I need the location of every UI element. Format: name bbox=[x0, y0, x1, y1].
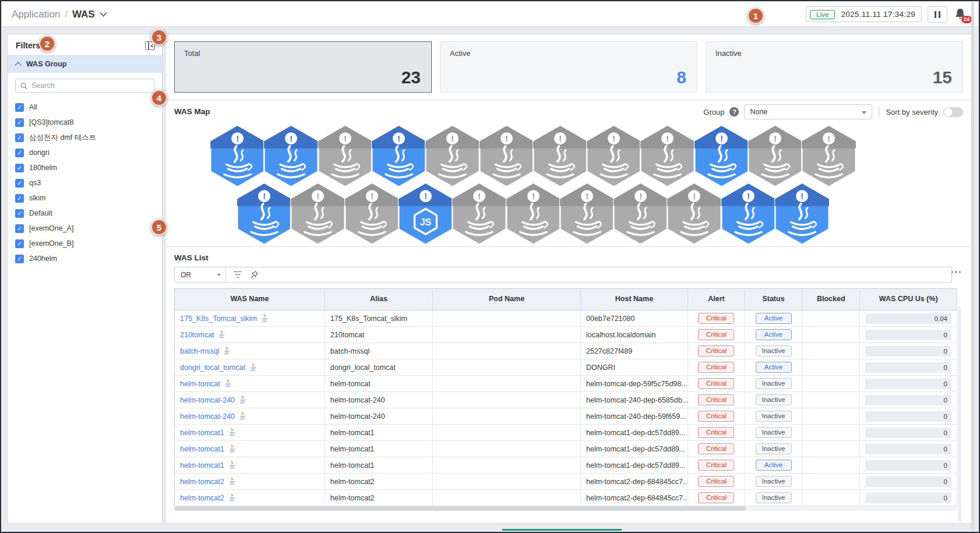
help-icon[interactable]: ? bbox=[729, 107, 739, 117]
column-header[interactable]: WAS Name bbox=[175, 289, 325, 310]
checkbox-checked-icon[interactable]: ✓ bbox=[15, 164, 24, 172]
alert-badge[interactable]: Critical bbox=[698, 492, 734, 504]
was-hexagon-java-active[interactable]: ! bbox=[210, 125, 265, 187]
table-row[interactable]: 175_K8s_Tomcat_slkim175_K8s_Tomcat_slkim… bbox=[175, 310, 957, 327]
table-row[interactable]: helm-tomcat1helm-tomcat1helm-tomcat1-dep… bbox=[175, 441, 957, 457]
checkbox-checked-icon[interactable]: ✓ bbox=[15, 103, 24, 112]
was-group-section-header[interactable]: WAS Group bbox=[8, 55, 162, 73]
summary-card-inactive[interactable]: Inactive15 bbox=[706, 41, 963, 93]
pin-icon[interactable] bbox=[250, 270, 259, 279]
was-name-link[interactable]: helm-tomcat bbox=[180, 380, 220, 388]
column-header[interactable]: Blocked bbox=[802, 289, 860, 310]
group-filter-item[interactable]: ✓삼성전자 dmf 테스트 bbox=[15, 130, 154, 145]
table-row[interactable]: helm-tomcat1helm-tomcat1helm-tomcat1-dep… bbox=[175, 457, 957, 474]
table-row[interactable]: helm-tomcat-240helm-tomcat-240helm-tomca… bbox=[175, 392, 957, 408]
operator-select[interactable]: OR bbox=[175, 267, 226, 282]
checkbox-checked-icon[interactable]: ✓ bbox=[15, 209, 24, 218]
checkbox-checked-icon[interactable]: ✓ bbox=[15, 255, 24, 263]
was-name-link[interactable]: helm-tomcat-240 bbox=[180, 412, 235, 421]
was-hexagon-java-inactive[interactable]: ! bbox=[613, 183, 668, 245]
alert-badge[interactable]: Critical bbox=[698, 460, 734, 471]
was-hexagon-java-active[interactable]: ! bbox=[694, 125, 749, 187]
group-filter-item[interactable]: ✓All bbox=[15, 100, 154, 115]
checkbox-checked-icon[interactable]: ✓ bbox=[15, 179, 24, 188]
alert-badge[interactable]: Critical bbox=[698, 345, 734, 357]
group-filter-item[interactable]: ✓[exemOne_A] bbox=[15, 221, 154, 236]
was-name-link[interactable]: 175_K8s_Tomcat_slkim bbox=[180, 315, 257, 323]
breadcrumb-root[interactable]: Application bbox=[12, 9, 60, 20]
was-name-link[interactable]: 210tomcat bbox=[180, 331, 214, 339]
table-row[interactable]: batch-mssqlbatch-mssql2527c827f489Critic… bbox=[175, 343, 957, 359]
search-input[interactable] bbox=[31, 82, 149, 90]
was-hexagon-java-inactive[interactable]: ! bbox=[640, 125, 695, 187]
alert-badge[interactable]: Critical bbox=[698, 443, 734, 455]
chevron-down-icon[interactable] bbox=[100, 9, 107, 17]
was-name-link[interactable]: helm-tomcat1 bbox=[180, 429, 224, 437]
alert-badge[interactable]: Critical bbox=[698, 329, 734, 341]
column-header[interactable]: Host Name bbox=[580, 289, 688, 310]
checkbox-checked-icon[interactable]: ✓ bbox=[15, 149, 24, 157]
table-vertical-scrollbar[interactable] bbox=[958, 306, 961, 522]
alert-badge[interactable]: Critical bbox=[698, 378, 734, 390]
was-name-link[interactable]: dongri_local_tomcat bbox=[180, 363, 245, 372]
group-filter-item[interactable]: ✓dongri bbox=[15, 145, 154, 160]
column-header[interactable]: Alert bbox=[688, 289, 745, 310]
pause-button[interactable] bbox=[928, 6, 947, 23]
was-hexagon-java-inactive[interactable]: ! bbox=[801, 125, 856, 187]
was-hexagon-java-inactive[interactable]: ! bbox=[667, 183, 722, 245]
alert-badge[interactable]: Critical bbox=[698, 427, 734, 439]
was-hexagon-java-active[interactable]: ! bbox=[263, 125, 319, 187]
was-hexagon-java-inactive[interactable]: ! bbox=[290, 183, 346, 245]
group-search[interactable] bbox=[15, 79, 154, 93]
alert-badge[interactable]: Critical bbox=[698, 476, 734, 488]
was-hexagon-java-active[interactable]: ! bbox=[371, 125, 426, 187]
was-name-link[interactable]: batch-mssql bbox=[180, 347, 219, 355]
was-hexagon-java-inactive[interactable]: ! bbox=[506, 183, 561, 245]
group-filter-item[interactable]: ✓240helm bbox=[15, 251, 154, 266]
list-filter-bar[interactable]: OR bbox=[174, 267, 952, 283]
was-hexagon-java-active[interactable]: ! bbox=[774, 183, 830, 245]
alert-badge[interactable]: Critical bbox=[698, 362, 734, 373]
alert-badge[interactable]: Critical bbox=[698, 313, 734, 324]
was-hexagon-java-active[interactable]: ! bbox=[721, 183, 776, 245]
was-hexagon-java-inactive[interactable]: ! bbox=[533, 125, 588, 187]
scrollbar-thumb[interactable] bbox=[174, 506, 746, 511]
was-name-link[interactable]: helm-tomcat1 bbox=[180, 445, 224, 453]
table-row[interactable]: helm-tomcat2helm-tomcat2helm-tomcat2-dep… bbox=[175, 474, 957, 490]
group-filter-item[interactable]: ✓Default bbox=[15, 206, 154, 221]
was-hexagon-java-active[interactable]: ! bbox=[237, 183, 292, 245]
alert-badge[interactable]: Critical bbox=[698, 411, 734, 422]
time-range-box[interactable]: Live 2025.11.11 17:34:29 bbox=[806, 6, 922, 22]
checkbox-checked-icon[interactable]: ✓ bbox=[15, 118, 24, 127]
column-header[interactable]: Alias bbox=[325, 289, 432, 310]
was-hexagon-java-inactive[interactable]: ! bbox=[344, 183, 400, 245]
summary-card-total[interactable]: Total23 bbox=[174, 41, 432, 93]
was-hexagon-java-inactive[interactable]: ! bbox=[559, 183, 615, 245]
group-filter-item[interactable]: ✓slkim bbox=[15, 190, 154, 206]
table-row[interactable]: 210tomcat210tomcatlocalhost.localdomainC… bbox=[175, 327, 957, 343]
was-hexagon-java-inactive[interactable]: ! bbox=[452, 183, 507, 245]
table-row[interactable]: helm-tomcathelm-tomcathelm-tomcat-dep-59… bbox=[175, 376, 957, 392]
table-row[interactable]: helm-tomcat1helm-tomcat1helm-tomcat1-dep… bbox=[175, 425, 957, 441]
more-options-icon[interactable] bbox=[951, 271, 961, 273]
checkbox-checked-icon[interactable]: ✓ bbox=[15, 224, 24, 233]
column-header[interactable]: WAS CPU Us (%) bbox=[860, 289, 957, 310]
table-row[interactable]: dongri_local_tomcatdongri_local_tomcatDO… bbox=[175, 359, 957, 376]
column-header[interactable]: Pod Name bbox=[433, 289, 581, 310]
filter-icon[interactable] bbox=[233, 271, 242, 278]
group-filter-item[interactable]: ✓180helm bbox=[15, 160, 154, 175]
group-filter-item[interactable]: ✓qs3 bbox=[15, 175, 154, 190]
horizontal-scrollbar[interactable] bbox=[174, 506, 957, 511]
was-hexagon-java-inactive[interactable]: ! bbox=[425, 125, 480, 187]
was-hexagon-java-inactive[interactable]: ! bbox=[479, 125, 534, 187]
was-name-link[interactable]: helm-tomcat1 bbox=[180, 461, 224, 470]
table-row[interactable]: helm-tomcat-240helm-tomcat-240helm-tomca… bbox=[175, 408, 957, 425]
alert-badge[interactable]: Critical bbox=[698, 394, 734, 406]
was-name-link[interactable]: helm-tomcat2 bbox=[180, 494, 224, 502]
breadcrumb-current[interactable]: WAS bbox=[72, 9, 95, 20]
sort-by-severity-toggle[interactable] bbox=[943, 107, 963, 117]
was-hexagon-java-inactive[interactable]: ! bbox=[748, 125, 803, 187]
checkbox-checked-icon[interactable]: ✓ bbox=[15, 194, 24, 203]
summary-card-active[interactable]: Active8 bbox=[440, 41, 697, 93]
checkbox-checked-icon[interactable]: ✓ bbox=[15, 239, 24, 248]
